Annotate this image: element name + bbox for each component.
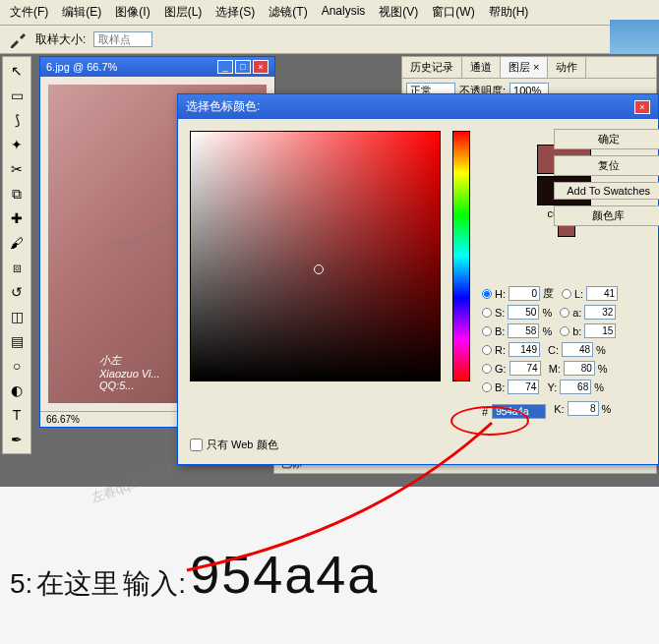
sample-size-label: 取样大小: (35, 31, 86, 48)
menu-view[interactable]: 视图(V) (373, 2, 424, 23)
close-button[interactable]: × (253, 60, 269, 74)
pen-tool[interactable]: ✒ (6, 429, 28, 450)
color-picker-dialog: 选择色标颜色: × new current H:度 (177, 93, 659, 465)
r-input[interactable] (509, 342, 540, 357)
g-radio[interactable] (482, 364, 492, 374)
crop-tool[interactable]: ✂ (6, 158, 28, 180)
bv-input[interactable] (508, 323, 539, 338)
eyedropper-icon[interactable] (8, 29, 28, 49)
history-brush-tool[interactable]: ↺ (6, 281, 28, 303)
color-cursor-icon (314, 264, 324, 274)
c-input[interactable] (562, 342, 593, 357)
bb-input[interactable] (508, 380, 539, 394)
tab-history[interactable]: 历史记录 (402, 57, 462, 78)
h-radio[interactable] (482, 289, 492, 299)
y-input[interactable] (560, 380, 591, 394)
a-input[interactable] (584, 305, 616, 320)
brush-tool[interactable]: 🖌 (6, 232, 28, 254)
menu-edit[interactable]: 编辑(E) (56, 2, 107, 23)
k-input[interactable] (568, 401, 599, 416)
bv-radio[interactable] (482, 326, 492, 336)
h-input[interactable] (509, 286, 540, 301)
b-radio[interactable] (560, 326, 569, 336)
workspace: ↖ ▭ ⟆ ✦ ✂ ⧉ ✚ 🖌 ⧇ ↺ ◫ ▤ ○ ◐ T ✒ 6.jpg @ … (0, 54, 659, 487)
color-field[interactable] (190, 131, 441, 381)
s-input[interactable] (508, 305, 539, 320)
menu-image[interactable]: 图像(I) (109, 2, 155, 23)
m-input[interactable] (564, 361, 595, 376)
web-only-label: 只有 Web 颜色 (207, 438, 278, 452)
a-radio[interactable] (560, 308, 569, 318)
sample-size-field[interactable] (93, 31, 152, 47)
menu-select[interactable]: 选择(S) (210, 2, 261, 23)
marquee-tool[interactable]: ▭ (6, 85, 28, 106)
ok-button[interactable]: 确定 (554, 129, 659, 149)
web-only-checkbox[interactable] (190, 439, 203, 451)
color-picker-titlebar[interactable]: 选择色标颜色: × (178, 94, 658, 119)
heal-tool[interactable]: ✚ (6, 207, 28, 229)
color-picker-close-button[interactable]: × (634, 100, 650, 114)
tab-layers[interactable]: 图层 × (501, 57, 548, 78)
stamp-tool[interactable]: ⧇ (6, 257, 28, 278)
menu-layer[interactable]: 图层(L) (158, 2, 209, 23)
menu-analysis[interactable]: Analysis (316, 2, 372, 23)
document-title: 6.jpg @ 66.7% (46, 61, 117, 73)
image-signature: 小左 Xiaozuo Vi... QQ:5... (99, 353, 160, 391)
minimize-button[interactable]: _ (217, 60, 233, 74)
color-picker-title: 选择色标颜色: (186, 98, 260, 115)
l-radio[interactable] (562, 289, 571, 299)
r-radio[interactable] (482, 345, 492, 355)
menu-bar: 文件(F) 编辑(E) 图像(I) 图层(L) 选择(S) 滤镜(T) Anal… (0, 0, 659, 26)
gradient-tool[interactable]: ▤ (6, 330, 28, 352)
s-radio[interactable] (482, 308, 492, 318)
lasso-tool[interactable]: ⟆ (6, 109, 28, 131)
annotation-text: 5: 在这里 输入: 954a4a (10, 544, 379, 605)
slice-tool[interactable]: ⧉ (6, 183, 28, 205)
options-bar: 取样大小: (0, 26, 659, 54)
menu-window[interactable]: 窗口(W) (426, 2, 480, 23)
reset-button[interactable]: 复位 (554, 155, 659, 176)
g-input[interactable] (509, 361, 541, 376)
hex-prefix: # (482, 406, 488, 418)
l-input[interactable] (586, 286, 618, 301)
menu-help[interactable]: 帮助(H) (483, 2, 535, 23)
move-tool[interactable]: ↖ (6, 60, 28, 82)
menu-file[interactable]: 文件(F) (4, 2, 54, 23)
tab-actions[interactable]: 动作 (548, 57, 586, 78)
tab-channels[interactable]: 通道 (462, 57, 501, 78)
hue-slider[interactable] (452, 131, 470, 381)
maximize-button[interactable]: □ (235, 60, 251, 74)
document-titlebar[interactable]: 6.jpg @ 66.7% _ □ × (40, 57, 274, 77)
b-input[interactable] (584, 323, 616, 338)
color-library-button[interactable]: 颜色库 (554, 205, 659, 226)
add-swatch-button[interactable]: Add To Swatches (554, 182, 659, 200)
hex-input[interactable] (492, 404, 546, 419)
bb-radio[interactable] (482, 382, 492, 392)
wand-tool[interactable]: ✦ (6, 134, 28, 155)
type-tool[interactable]: T (6, 404, 28, 426)
menu-filter[interactable]: 滤镜(T) (263, 2, 313, 23)
toolbox: ↖ ▭ ⟆ ✦ ✂ ⧉ ✚ 🖌 ⧇ ↺ ◫ ▤ ○ ◐ T ✒ (2, 56, 31, 454)
dodge-tool[interactable]: ◐ (6, 380, 28, 401)
eraser-tool[interactable]: ◫ (6, 306, 28, 327)
blur-tool[interactable]: ○ (6, 355, 28, 377)
